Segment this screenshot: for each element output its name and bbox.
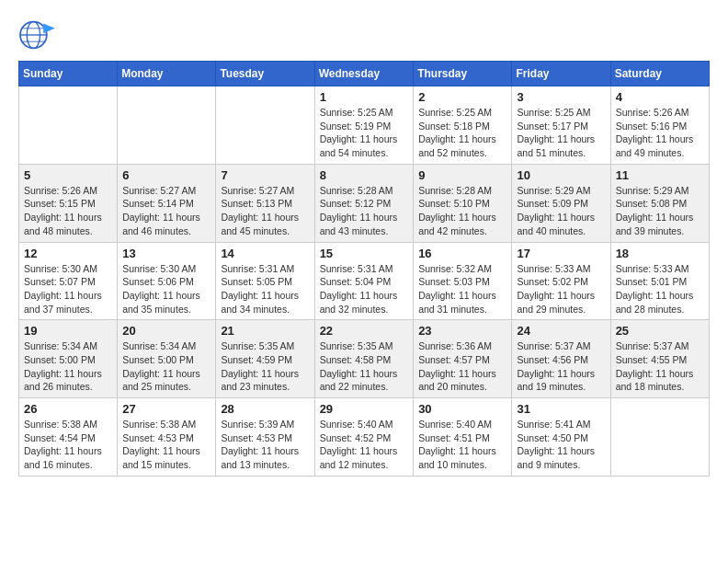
- day-number: 16: [418, 247, 506, 260]
- day-info: Sunrise: 5:36 AMSunset: 4:57 PMDaylight:…: [418, 339, 506, 394]
- day-number: 30: [418, 402, 506, 416]
- calendar-cell: 17Sunrise: 5:33 AMSunset: 5:02 PMDayligh…: [512, 242, 610, 320]
- day-number: 7: [221, 168, 309, 182]
- day-number: 26: [24, 402, 112, 416]
- day-info: Sunrise: 5:30 AMSunset: 5:06 PMDaylight:…: [122, 262, 210, 316]
- calendar-header-row: SundayMondayTuesdayWednesdayThursdayFrid…: [19, 62, 710, 86]
- day-info: Sunrise: 5:37 AMSunset: 4:56 PMDaylight:…: [517, 339, 605, 394]
- day-number: 11: [616, 168, 704, 182]
- calendar-cell: 21Sunrise: 5:35 AMSunset: 4:59 PMDayligh…: [216, 320, 314, 398]
- logo: [18, 18, 59, 52]
- calendar-cell: [19, 86, 118, 165]
- page: SundayMondayTuesdayWednesdayThursdayFrid…: [0, 0, 728, 486]
- day-info: Sunrise: 5:26 AMSunset: 5:16 PMDaylight:…: [616, 106, 704, 160]
- calendar-cell: 15Sunrise: 5:31 AMSunset: 5:04 PMDayligh…: [314, 242, 414, 320]
- day-number: 19: [24, 324, 112, 338]
- calendar-header-saturday: Saturday: [610, 62, 709, 86]
- day-info: Sunrise: 5:29 AMSunset: 5:08 PMDaylight:…: [616, 184, 704, 238]
- header: [18, 18, 710, 52]
- day-info: Sunrise: 5:37 AMSunset: 4:55 PMDaylight:…: [616, 339, 704, 394]
- day-info: Sunrise: 5:39 AMSunset: 4:53 PMDaylight:…: [221, 418, 309, 472]
- day-info: Sunrise: 5:31 AMSunset: 5:04 PMDaylight:…: [320, 262, 409, 316]
- calendar-cell: 28Sunrise: 5:39 AMSunset: 4:53 PMDayligh…: [216, 398, 314, 477]
- calendar-cell: 18Sunrise: 5:33 AMSunset: 5:01 PMDayligh…: [610, 242, 709, 320]
- calendar-cell: 20Sunrise: 5:34 AMSunset: 5:00 PMDayligh…: [118, 320, 216, 398]
- day-info: Sunrise: 5:38 AMSunset: 4:54 PMDaylight:…: [24, 418, 112, 472]
- day-number: 23: [418, 324, 506, 338]
- calendar-cell: 11Sunrise: 5:29 AMSunset: 5:08 PMDayligh…: [610, 164, 709, 242]
- day-info: Sunrise: 5:35 AMSunset: 4:59 PMDaylight:…: [221, 339, 309, 394]
- calendar-cell: 25Sunrise: 5:37 AMSunset: 4:55 PMDayligh…: [610, 320, 709, 398]
- day-info: Sunrise: 5:40 AMSunset: 4:51 PMDaylight:…: [418, 418, 506, 472]
- day-number: 3: [517, 90, 605, 104]
- calendar-cell: 2Sunrise: 5:25 AMSunset: 5:18 PMDaylight…: [414, 86, 512, 165]
- calendar-cell: 3Sunrise: 5:25 AMSunset: 5:17 PMDaylight…: [512, 86, 610, 165]
- calendar-cell: 30Sunrise: 5:40 AMSunset: 4:51 PMDayligh…: [414, 398, 512, 477]
- calendar-week-4: 19Sunrise: 5:34 AMSunset: 5:00 PMDayligh…: [19, 320, 710, 398]
- day-number: 4: [616, 90, 704, 104]
- day-info: Sunrise: 5:31 AMSunset: 5:05 PMDaylight:…: [221, 262, 309, 316]
- day-number: 14: [221, 247, 309, 260]
- calendar-cell: 24Sunrise: 5:37 AMSunset: 4:56 PMDayligh…: [512, 320, 610, 398]
- day-number: 29: [320, 402, 409, 416]
- calendar-cell: [118, 86, 216, 165]
- day-number: 2: [418, 90, 506, 104]
- day-number: 18: [616, 247, 704, 260]
- day-info: Sunrise: 5:26 AMSunset: 5:15 PMDaylight:…: [24, 184, 112, 238]
- day-info: Sunrise: 5:28 AMSunset: 5:12 PMDaylight:…: [320, 184, 409, 238]
- calendar-header-sunday: Sunday: [19, 62, 118, 86]
- day-info: Sunrise: 5:35 AMSunset: 4:58 PMDaylight:…: [320, 339, 409, 394]
- calendar-cell: 6Sunrise: 5:27 AMSunset: 5:14 PMDaylight…: [118, 164, 216, 242]
- day-number: 27: [122, 402, 210, 416]
- calendar-cell: 19Sunrise: 5:34 AMSunset: 5:00 PMDayligh…: [19, 320, 118, 398]
- day-number: 6: [122, 168, 210, 182]
- calendar-cell: [610, 398, 709, 477]
- calendar-cell: 5Sunrise: 5:26 AMSunset: 5:15 PMDaylight…: [19, 164, 118, 242]
- calendar-cell: 10Sunrise: 5:29 AMSunset: 5:09 PMDayligh…: [512, 164, 610, 242]
- day-info: Sunrise: 5:41 AMSunset: 4:50 PMDaylight:…: [517, 418, 605, 472]
- calendar-cell: 27Sunrise: 5:38 AMSunset: 4:53 PMDayligh…: [118, 398, 216, 477]
- day-info: Sunrise: 5:25 AMSunset: 5:18 PMDaylight:…: [418, 106, 506, 160]
- day-info: Sunrise: 5:27 AMSunset: 5:13 PMDaylight:…: [221, 184, 309, 238]
- calendar-cell: 31Sunrise: 5:41 AMSunset: 4:50 PMDayligh…: [512, 398, 610, 477]
- calendar-cell: 29Sunrise: 5:40 AMSunset: 4:52 PMDayligh…: [314, 398, 414, 477]
- day-info: Sunrise: 5:25 AMSunset: 5:17 PMDaylight:…: [517, 106, 605, 160]
- day-info: Sunrise: 5:40 AMSunset: 4:52 PMDaylight:…: [320, 418, 409, 472]
- day-number: 15: [320, 247, 409, 260]
- calendar-cell: 12Sunrise: 5:30 AMSunset: 5:07 PMDayligh…: [19, 242, 118, 320]
- calendar-header-friday: Friday: [512, 62, 610, 86]
- calendar-cell: 23Sunrise: 5:36 AMSunset: 4:57 PMDayligh…: [414, 320, 512, 398]
- day-number: 22: [320, 324, 409, 338]
- day-number: 9: [418, 168, 506, 182]
- day-number: 20: [122, 324, 210, 338]
- day-number: 21: [221, 324, 309, 338]
- day-number: 17: [517, 247, 605, 260]
- calendar-cell: [216, 86, 314, 165]
- calendar-cell: 16Sunrise: 5:32 AMSunset: 5:03 PMDayligh…: [414, 242, 512, 320]
- day-info: Sunrise: 5:28 AMSunset: 5:10 PMDaylight:…: [418, 184, 506, 238]
- calendar-cell: 1Sunrise: 5:25 AMSunset: 5:19 PMDaylight…: [314, 86, 414, 165]
- day-info: Sunrise: 5:33 AMSunset: 5:02 PMDaylight:…: [517, 262, 605, 316]
- day-number: 12: [24, 247, 112, 260]
- calendar-week-5: 26Sunrise: 5:38 AMSunset: 4:54 PMDayligh…: [19, 398, 710, 477]
- calendar-header-tuesday: Tuesday: [216, 62, 314, 86]
- day-info: Sunrise: 5:38 AMSunset: 4:53 PMDaylight:…: [122, 418, 210, 472]
- day-info: Sunrise: 5:34 AMSunset: 5:00 PMDaylight:…: [122, 339, 210, 394]
- calendar-week-2: 5Sunrise: 5:26 AMSunset: 5:15 PMDaylight…: [19, 164, 710, 242]
- calendar-cell: 8Sunrise: 5:28 AMSunset: 5:12 PMDaylight…: [314, 164, 414, 242]
- day-info: Sunrise: 5:30 AMSunset: 5:07 PMDaylight:…: [24, 262, 112, 316]
- calendar-header-monday: Monday: [118, 62, 216, 86]
- calendar-cell: 4Sunrise: 5:26 AMSunset: 5:16 PMDaylight…: [610, 86, 709, 165]
- day-number: 25: [616, 324, 704, 338]
- day-number: 1: [320, 90, 409, 104]
- day-info: Sunrise: 5:34 AMSunset: 5:00 PMDaylight:…: [24, 339, 112, 394]
- day-number: 31: [517, 402, 605, 416]
- calendar-cell: 7Sunrise: 5:27 AMSunset: 5:13 PMDaylight…: [216, 164, 314, 242]
- day-number: 28: [221, 402, 309, 416]
- calendar-cell: 22Sunrise: 5:35 AMSunset: 4:58 PMDayligh…: [314, 320, 414, 398]
- day-number: 10: [517, 168, 605, 182]
- day-number: 5: [24, 168, 112, 182]
- day-number: 8: [320, 168, 409, 182]
- day-info: Sunrise: 5:25 AMSunset: 5:19 PMDaylight:…: [320, 106, 409, 160]
- calendar-header-thursday: Thursday: [414, 62, 512, 86]
